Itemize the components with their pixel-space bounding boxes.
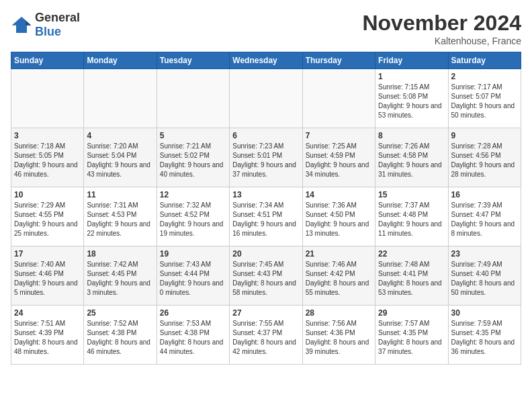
calendar-week-4: 17Sunrise: 7:40 AM Sunset: 4:46 PM Dayli… [11, 246, 521, 306]
day-header-sunday: Sunday [11, 52, 84, 69]
day-info: Sunrise: 7:42 AM Sunset: 4:45 PM Dayligh… [87, 260, 153, 298]
day-number: 19 [160, 249, 226, 259]
calendar-cell: 9Sunrise: 7:28 AM Sunset: 4:56 PM Daylig… [448, 128, 521, 187]
calendar-cell: 6Sunrise: 7:23 AM Sunset: 5:01 PM Daylig… [230, 128, 302, 187]
calendar-week-1: 1Sunrise: 7:15 AM Sunset: 5:08 PM Daylig… [11, 69, 521, 128]
day-number: 3 [14, 131, 81, 140]
day-header-saturday: Saturday [448, 52, 521, 69]
day-header-tuesday: Tuesday [157, 52, 229, 69]
calendar-cell [84, 69, 157, 128]
day-info: Sunrise: 7:26 AM Sunset: 4:58 PM Dayligh… [378, 142, 445, 179]
logo-blue: Blue [35, 25, 61, 38]
calendar-cell: 16Sunrise: 7:39 AM Sunset: 4:47 PM Dayli… [448, 187, 521, 246]
day-header-thursday: Thursday [302, 52, 375, 69]
day-number: 22 [378, 249, 445, 259]
calendar-cell [11, 69, 84, 128]
day-info: Sunrise: 7:40 AM Sunset: 4:46 PM Dayligh… [14, 260, 81, 298]
logo: General Blue [11, 11, 80, 39]
calendar-week-5: 24Sunrise: 7:51 AM Sunset: 4:39 PM Dayli… [11, 306, 521, 365]
day-number: 23 [451, 249, 518, 259]
day-number: 28 [306, 308, 372, 318]
day-number: 11 [87, 190, 153, 199]
calendar-cell: 26Sunrise: 7:53 AM Sunset: 4:38 PM Dayli… [157, 306, 229, 365]
calendar-cell: 24Sunrise: 7:51 AM Sunset: 4:39 PM Dayli… [11, 306, 84, 365]
calendar-cell [157, 69, 229, 128]
calendar-cell: 20Sunrise: 7:45 AM Sunset: 4:43 PM Dayli… [230, 246, 302, 306]
logo-general: General [35, 11, 80, 24]
calendar-cell: 28Sunrise: 7:56 AM Sunset: 4:36 PM Dayli… [302, 306, 375, 365]
location: Kaltenhouse, France [362, 36, 521, 46]
calendar-cell: 19Sunrise: 7:43 AM Sunset: 4:44 PM Dayli… [157, 246, 229, 306]
day-number: 25 [87, 308, 153, 318]
day-info: Sunrise: 7:45 AM Sunset: 4:43 PM Dayligh… [232, 260, 299, 298]
day-info: Sunrise: 7:32 AM Sunset: 4:52 PM Dayligh… [160, 201, 226, 238]
day-number: 30 [451, 308, 518, 318]
day-info: Sunrise: 7:49 AM Sunset: 4:40 PM Dayligh… [451, 260, 518, 298]
calendar-cell: 23Sunrise: 7:49 AM Sunset: 4:40 PM Dayli… [448, 246, 521, 306]
day-info: Sunrise: 7:51 AM Sunset: 4:39 PM Dayligh… [14, 319, 81, 357]
day-info: Sunrise: 7:17 AM Sunset: 5:07 PM Dayligh… [451, 83, 518, 120]
calendar-cell [302, 69, 375, 128]
day-info: Sunrise: 7:34 AM Sunset: 4:51 PM Dayligh… [232, 201, 299, 238]
page-header: General Blue November 2024 Kaltenhouse, … [11, 11, 521, 46]
day-info: Sunrise: 7:18 AM Sunset: 5:05 PM Dayligh… [14, 142, 81, 179]
day-info: Sunrise: 7:39 AM Sunset: 4:47 PM Dayligh… [451, 201, 518, 238]
day-info: Sunrise: 7:37 AM Sunset: 4:48 PM Dayligh… [378, 201, 445, 238]
calendar-cell: 7Sunrise: 7:25 AM Sunset: 4:59 PM Daylig… [302, 128, 375, 187]
day-number: 6 [232, 131, 299, 140]
day-number: 10 [14, 190, 81, 199]
day-info: Sunrise: 7:21 AM Sunset: 5:02 PM Dayligh… [160, 142, 226, 179]
day-info: Sunrise: 7:53 AM Sunset: 4:38 PM Dayligh… [160, 319, 226, 357]
day-info: Sunrise: 7:23 AM Sunset: 5:01 PM Dayligh… [232, 142, 299, 179]
calendar-cell: 4Sunrise: 7:20 AM Sunset: 5:04 PM Daylig… [84, 128, 157, 187]
title-block: November 2024 Kaltenhouse, France [362, 11, 521, 46]
calendar-cell: 5Sunrise: 7:21 AM Sunset: 5:02 PM Daylig… [157, 128, 229, 187]
day-number: 20 [232, 249, 299, 259]
day-info: Sunrise: 7:56 AM Sunset: 4:36 PM Dayligh… [306, 319, 372, 357]
day-number: 7 [306, 131, 372, 140]
day-info: Sunrise: 7:28 AM Sunset: 4:56 PM Dayligh… [451, 142, 518, 179]
day-number: 15 [378, 190, 445, 199]
day-info: Sunrise: 7:57 AM Sunset: 4:35 PM Dayligh… [378, 319, 445, 357]
day-number: 29 [378, 308, 445, 318]
calendar-cell: 30Sunrise: 7:59 AM Sunset: 4:35 PM Dayli… [448, 306, 521, 365]
day-number: 18 [87, 249, 153, 259]
day-number: 14 [306, 190, 372, 199]
calendar-table: SundayMondayTuesdayWednesdayThursdayFrid… [11, 52, 521, 365]
calendar-header-row: SundayMondayTuesdayWednesdayThursdayFrid… [11, 52, 521, 69]
day-number: 1 [378, 72, 445, 81]
day-number: 8 [378, 131, 445, 140]
day-header-friday: Friday [375, 52, 448, 69]
day-info: Sunrise: 7:15 AM Sunset: 5:08 PM Dayligh… [378, 83, 445, 120]
calendar-cell [230, 69, 302, 128]
calendar-cell: 29Sunrise: 7:57 AM Sunset: 4:35 PM Dayli… [375, 306, 448, 365]
day-number: 5 [160, 131, 226, 140]
day-number: 9 [451, 131, 518, 140]
calendar-cell: 2Sunrise: 7:17 AM Sunset: 5:07 PM Daylig… [448, 69, 521, 128]
calendar-cell: 3Sunrise: 7:18 AM Sunset: 5:05 PM Daylig… [11, 128, 84, 187]
day-info: Sunrise: 7:43 AM Sunset: 4:44 PM Dayligh… [160, 260, 226, 298]
day-number: 4 [87, 131, 153, 140]
calendar-cell: 10Sunrise: 7:29 AM Sunset: 4:55 PM Dayli… [11, 187, 84, 246]
calendar-cell: 1Sunrise: 7:15 AM Sunset: 5:08 PM Daylig… [375, 69, 448, 128]
day-number: 24 [14, 308, 81, 318]
day-number: 21 [306, 249, 372, 259]
calendar-cell: 8Sunrise: 7:26 AM Sunset: 4:58 PM Daylig… [375, 128, 448, 187]
day-info: Sunrise: 7:29 AM Sunset: 4:55 PM Dayligh… [14, 201, 81, 238]
day-info: Sunrise: 7:31 AM Sunset: 4:53 PM Dayligh… [87, 201, 153, 238]
calendar-cell: 25Sunrise: 7:52 AM Sunset: 4:38 PM Dayli… [84, 306, 157, 365]
calendar-cell: 22Sunrise: 7:48 AM Sunset: 4:41 PM Dayli… [375, 246, 448, 306]
calendar-cell: 14Sunrise: 7:36 AM Sunset: 4:50 PM Dayli… [302, 187, 375, 246]
month-title: November 2024 [362, 11, 521, 36]
calendar-week-2: 3Sunrise: 7:18 AM Sunset: 5:05 PM Daylig… [11, 128, 521, 187]
day-number: 17 [14, 249, 81, 259]
calendar-week-3: 10Sunrise: 7:29 AM Sunset: 4:55 PM Dayli… [11, 187, 521, 246]
day-number: 16 [451, 190, 518, 199]
day-info: Sunrise: 7:20 AM Sunset: 5:04 PM Dayligh… [87, 142, 153, 179]
day-info: Sunrise: 7:55 AM Sunset: 4:37 PM Dayligh… [232, 319, 299, 357]
calendar-cell: 15Sunrise: 7:37 AM Sunset: 4:48 PM Dayli… [375, 187, 448, 246]
day-number: 27 [232, 308, 299, 318]
day-header-monday: Monday [84, 52, 157, 69]
day-number: 12 [160, 190, 226, 199]
day-info: Sunrise: 7:25 AM Sunset: 4:59 PM Dayligh… [306, 142, 372, 179]
